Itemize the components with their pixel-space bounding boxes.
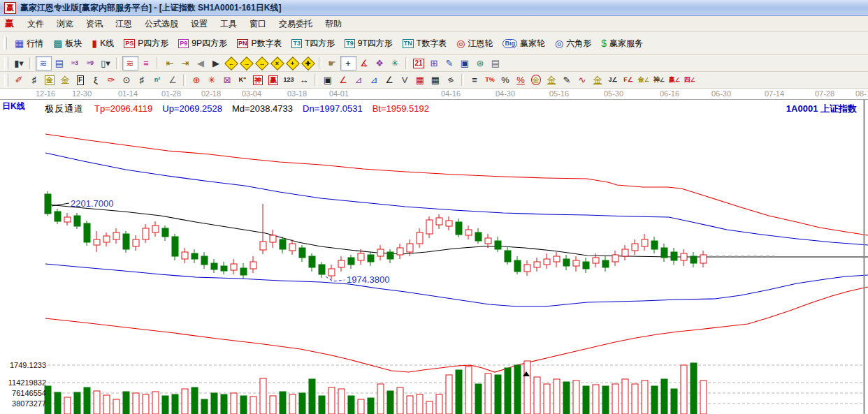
candle-style-icon[interactable]: ▮▾ <box>12 57 27 70</box>
toolbar-button-quotes[interactable]: ▦行情 <box>10 34 48 52</box>
fan-square-icon[interactable]: ⊿ <box>367 73 382 87</box>
shen-grid-icon[interactable]: 神 <box>251 73 266 87</box>
ying-angle-icon[interactable]: 赢∠ <box>667 73 682 87</box>
percent-icon[interactable]: % <box>498 73 513 87</box>
wave-red-icon[interactable]: ≋ <box>122 56 138 71</box>
j-angle-icon[interactable]: J∠ <box>606 73 621 87</box>
circle-ticks-icon[interactable]: ⊙ <box>120 73 134 87</box>
step-back-icon[interactable]: ◀ <box>194 57 208 70</box>
gold-lines-icon[interactable]: 金 <box>544 73 559 87</box>
gann-box-icon[interactable]: ▣ <box>321 73 335 87</box>
toolbar-button-p9-square[interactable]: P99P四方形 <box>173 34 232 52</box>
zoom-h-icon[interactable]: ↔ <box>255 57 270 70</box>
toolbar-button-blocks[interactable]: ▩板块 <box>48 34 87 52</box>
percent-line-icon[interactable]: % <box>514 73 528 87</box>
menu-item-设置[interactable]: 设置 <box>185 16 214 32</box>
toolbar-grip[interactable] <box>4 74 8 87</box>
notepad-icon[interactable]: ✎ <box>442 57 457 70</box>
gold-underline-icon[interactable]: 金 <box>591 73 605 87</box>
ruler-icon[interactable]: ♯ <box>27 73 42 87</box>
price-scale-icon[interactable]: ≡ <box>468 73 482 87</box>
menu-item-文件[interactable]: 文件 <box>21 16 50 32</box>
ruler2-icon[interactable]: ♯ <box>135 73 150 87</box>
zoom-in-icon[interactable]: + <box>286 57 301 70</box>
wave-blue-icon[interactable]: ≋ <box>36 56 52 71</box>
arrow-span-icon[interactable]: ↔ <box>297 73 312 87</box>
arc-icon[interactable]: ξ <box>89 73 103 87</box>
toolbar-button-t9-square[interactable]: T99T四方形 <box>340 34 398 52</box>
crosshair-icon[interactable]: + <box>340 56 356 71</box>
gold-icon[interactable]: 金 <box>58 73 73 87</box>
pan-hand-icon[interactable]: ☛ <box>325 57 340 70</box>
t-percent-icon[interactable]: T% <box>483 73 498 87</box>
toolbar-button-t-square[interactable]: T3T四方形 <box>287 34 340 52</box>
gold-grid-icon[interactable]: 金 <box>43 73 57 87</box>
skip-end-icon[interactable]: ⇥ <box>178 57 193 70</box>
toolbar-button-winner-wheel[interactable]: Big赢家轮 <box>498 34 550 52</box>
star-web-icon[interactable]: ✳ <box>205 73 219 87</box>
n2-icon[interactable]: n² <box>150 73 165 87</box>
chart-pane[interactable]: 日K线 极反通道 Tp=2096.4119Up=2069.2528Md=2038… <box>0 100 868 414</box>
calculator-icon[interactable]: ⊞ <box>427 57 442 70</box>
menu-item-公式选股[interactable]: 公式选股 <box>138 16 185 32</box>
notes-icon[interactable]: ▤ <box>52 57 67 70</box>
ying-grid-icon[interactable]: 赢 <box>266 73 281 87</box>
fan-red-icon[interactable]: ∠ <box>336 73 351 87</box>
parallel-icon[interactable]: ≡ <box>444 73 458 87</box>
menu-item-帮助[interactable]: 帮助 <box>319 16 348 32</box>
chart-canvas[interactable] <box>0 100 868 414</box>
toolbar-button-gann-wheel[interactable]: ◎江恩轮 <box>451 34 498 52</box>
grid-arrow-icon[interactable]: ▦ <box>428 73 443 87</box>
angle-guide-icon[interactable]: ∠ <box>166 73 180 87</box>
seal-icon[interactable]: ❖ <box>372 57 387 70</box>
wave9-icon[interactable]: ≈9 <box>83 57 98 70</box>
candle-dropdown-icon[interactable]: ▯▾ <box>99 57 113 70</box>
menu-item-浏览[interactable]: 浏览 <box>50 16 80 32</box>
toolbar-button-kline[interactable]: ▮K线 <box>87 34 119 52</box>
calendar-icon[interactable]: 21 <box>412 57 426 70</box>
histogram-icon[interactable]: ≡ <box>139 57 154 70</box>
toolbar-grip[interactable] <box>4 57 8 70</box>
zoom-all-icon[interactable]: ✚ <box>301 57 316 70</box>
pan-right-icon[interactable]: → <box>240 57 254 70</box>
pen1-icon[interactable]: ✎ <box>560 73 574 87</box>
f-angle-icon[interactable]: F∠ <box>621 73 636 87</box>
pan-left-icon[interactable]: ← <box>224 57 239 70</box>
save-icon[interactable]: ▣ <box>458 57 472 70</box>
menu-item-窗口[interactable]: 窗口 <box>243 16 273 32</box>
angle-lines-icon[interactable]: ∠ <box>382 73 397 87</box>
pattern-icon[interactable]: ✳ <box>388 57 403 70</box>
toolbar-grip[interactable] <box>3 37 7 50</box>
toolbar-button-service[interactable]: $赢家服务 <box>596 34 648 52</box>
printer-icon[interactable]: ▤ <box>489 57 503 70</box>
wave3-icon[interactable]: ≈3 <box>68 57 82 70</box>
menu-item-资讯[interactable]: 资讯 <box>80 16 109 32</box>
angle-measure-icon[interactable]: ∡ <box>357 57 372 70</box>
gold-circle-icon[interactable]: 金 <box>529 73 544 87</box>
v-lines-icon[interactable]: V <box>398 73 412 87</box>
gold-angle-icon[interactable]: 金∠ <box>637 73 651 87</box>
brush-ruler-icon[interactable]: ✑ <box>104 73 119 87</box>
shen-angle-icon[interactable]: 神∠ <box>652 73 667 87</box>
grid-red-icon[interactable]: ▦ <box>413 73 428 87</box>
menu-item-工具[interactable]: 工具 <box>214 16 243 32</box>
fan-box-icon[interactable]: ⊿ <box>352 73 366 87</box>
network-icon[interactable]: ⊛ <box>473 57 488 70</box>
circle-cross-icon[interactable]: ⊕ <box>189 73 204 87</box>
zoom-out-icon[interactable]: × <box>270 57 285 70</box>
four-angle-icon[interactable]: 四∠ <box>683 73 697 87</box>
toolbar-button-hexagon[interactable]: ◎六角形 <box>550 34 596 52</box>
a-wave-icon[interactable]: ∿ <box>575 73 590 87</box>
ruler-123-icon[interactable]: 123 <box>282 73 296 87</box>
f-grid-icon[interactable]: F <box>73 73 88 87</box>
menu-item-交易委托[interactable]: 交易委托 <box>273 16 319 32</box>
toolbar-button-p-table[interactable]: PNP数字表 <box>232 34 287 52</box>
k-quote-icon[interactable]: K" <box>236 73 250 87</box>
skip-start-icon[interactable]: ⇤ <box>163 57 178 70</box>
toolbar-button-t-table[interactable]: TNT数字表 <box>398 34 451 52</box>
step-forward-icon[interactable]: ▶ <box>209 57 224 70</box>
web-box-icon[interactable]: ⊠ <box>220 73 235 87</box>
toolbar-button-p-square[interactable]: PSP四方形 <box>119 34 173 52</box>
brush-icon[interactable]: ✐ <box>12 73 27 87</box>
menu-item-江恩[interactable]: 江恩 <box>109 16 138 32</box>
